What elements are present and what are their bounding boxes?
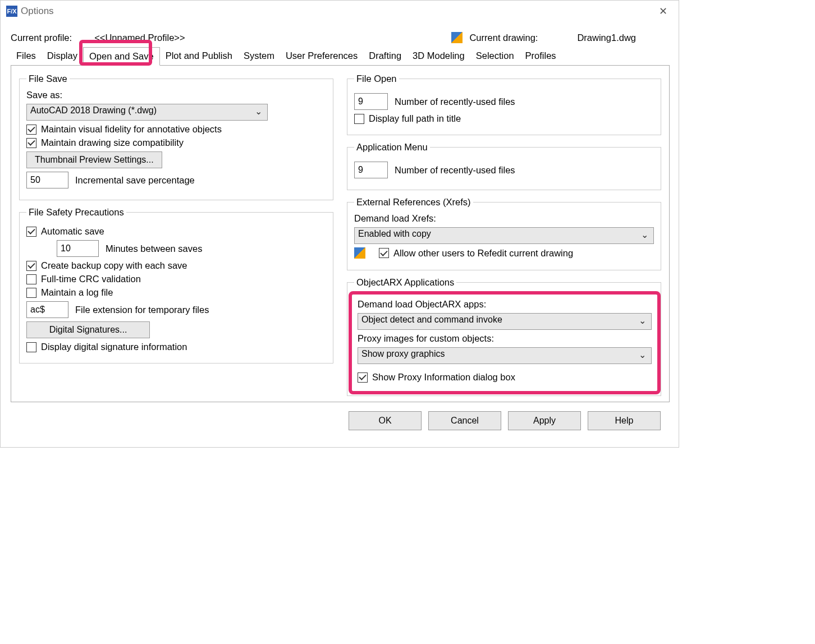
tab-page: File Save Save as: AutoCAD 2018 Drawing … (11, 66, 670, 402)
dialog-footer: OK Cancel Apply Help (11, 402, 670, 439)
thumbnail-settings-button[interactable]: Thumbnail Preview Settings... (26, 151, 162, 168)
ok-button[interactable]: OK (349, 411, 422, 430)
checkbox-icon (26, 138, 36, 148)
titlebar: F/X Options ✕ (1, 1, 679, 22)
group-file-safety: File Safety Precautions Automatic save M… (19, 207, 333, 364)
close-icon[interactable]: ✕ (653, 3, 673, 20)
crc-validation-checkbox[interactable]: Full-time CRC validation (26, 274, 326, 284)
demand-load-arx-label: Demand load ObjectARX apps: (358, 299, 652, 310)
options-dialog: F/X Options ✕ Current profile: <<Unnamed… (0, 0, 679, 448)
tab-files[interactable]: Files (11, 47, 42, 66)
checkbox-icon (358, 372, 368, 383)
highlight-arx-annotation: Demand load ObjectARX apps: Object detec… (349, 291, 661, 394)
profile-row: Current profile: <<Unnamed Profile>> Cur… (11, 32, 670, 43)
checkbox-icon (26, 227, 36, 237)
legend-objectarx: ObjectARX Applications (354, 277, 456, 288)
group-file-save: File Save Save as: AutoCAD 2018 Drawing … (19, 73, 333, 200)
group-objectarx: ObjectARX Applications Demand load Objec… (347, 277, 661, 396)
app-menu-recent-input[interactable] (354, 162, 388, 178)
legend-file-save: File Save (26, 73, 70, 84)
proxy-images-label: Proxy images for custom objects: (358, 333, 652, 344)
temp-file-extension-input[interactable] (26, 301, 68, 318)
tab-selection[interactable]: Selection (470, 47, 520, 66)
create-backup-checkbox[interactable]: Create backup copy with each save (26, 260, 326, 271)
checkbox-icon (26, 125, 36, 135)
legend-xrefs: External References (Xrefs) (354, 197, 473, 208)
cancel-button[interactable]: Cancel (428, 411, 501, 430)
save-as-dropdown[interactable]: AutoCAD 2018 Drawing (*.dwg) (26, 104, 268, 121)
legend-file-safety: File Safety Precautions (26, 207, 126, 218)
tab-user-prefs[interactable]: User Preferences (280, 47, 363, 66)
log-file-checkbox[interactable]: Maintain a log file (26, 287, 326, 298)
file-open-recent-input[interactable] (354, 93, 388, 110)
demand-load-xrefs-label: Demand load Xrefs: (354, 213, 654, 224)
minutes-between-saves-label: Minutes between saves (106, 243, 202, 254)
allow-refedit-checkbox[interactable]: Allow other users to Refedit current dra… (379, 248, 573, 259)
automatic-save-checkbox[interactable]: Automatic save (26, 226, 326, 237)
apply-button[interactable]: Apply (508, 411, 581, 430)
checkbox-icon (354, 114, 364, 124)
drawing-value: Drawing1.dwg (577, 33, 636, 43)
checkbox-icon (26, 274, 36, 284)
group-application-menu: Application Menu Number of recently-used… (347, 142, 661, 190)
legend-file-open: File Open (354, 73, 399, 84)
legend-application-menu: Application Menu (354, 142, 430, 153)
proxy-images-dropdown[interactable]: Show proxy graphics (358, 347, 652, 364)
tab-3d-modeling[interactable]: 3D Modeling (407, 47, 470, 66)
demand-load-xrefs-dropdown[interactable]: Enabled with copy (354, 227, 654, 244)
maintain-size-checkbox[interactable]: Maintain drawing size compatibility (26, 137, 326, 148)
tab-drafting[interactable]: Drafting (363, 47, 407, 66)
group-file-open: File Open Number of recently-used files … (347, 73, 661, 135)
app-menu-recent-label: Number of recently-used files (395, 165, 515, 176)
profile-label: Current profile: (11, 33, 72, 43)
checkbox-icon (26, 288, 36, 298)
help-button[interactable]: Help (588, 411, 661, 430)
window-title: Options (21, 6, 653, 17)
file-open-recent-label: Number of recently-used files (395, 96, 515, 107)
app-logo-icon: F/X (6, 6, 17, 17)
checkbox-icon (26, 261, 36, 271)
checkbox-icon (26, 342, 36, 352)
show-proxy-dialog-checkbox[interactable]: Show Proxy Information dialog box (358, 372, 652, 383)
save-as-label: Save as: (26, 90, 326, 100)
incremental-save-input[interactable] (26, 172, 68, 188)
tab-bar: Files Display Open and Save Plot and Pub… (11, 47, 670, 66)
tab-open-and-save[interactable]: Open and Save (83, 47, 160, 66)
tab-display[interactable]: Display (42, 47, 83, 66)
drawing-icon (451, 32, 463, 43)
temp-file-extension-label: File extension for temporary files (75, 305, 209, 315)
maintain-visual-checkbox[interactable]: Maintain visual fidelity for annotative … (26, 124, 326, 135)
display-full-path-checkbox[interactable]: Display full path in title (354, 113, 654, 124)
tab-system[interactable]: System (238, 47, 280, 66)
incremental-save-label: Incremental save percentage (75, 175, 195, 186)
digital-signatures-button[interactable]: Digital Signatures... (26, 321, 150, 338)
tab-profiles[interactable]: Profiles (520, 47, 562, 66)
drawing-label: Current drawing: (469, 33, 538, 43)
checkbox-icon (379, 248, 389, 258)
group-xrefs: External References (Xrefs) Demand load … (347, 197, 661, 270)
profile-value: <<Unnamed Profile>> (94, 33, 185, 43)
tab-plot-publish[interactable]: Plot and Publish (160, 47, 238, 66)
minutes-between-saves-input[interactable] (57, 240, 99, 257)
drawing-icon (354, 247, 365, 259)
demand-load-arx-dropdown[interactable]: Object detect and command invoke (358, 313, 652, 330)
display-signature-info-checkbox[interactable]: Display digital signature information (26, 342, 326, 352)
